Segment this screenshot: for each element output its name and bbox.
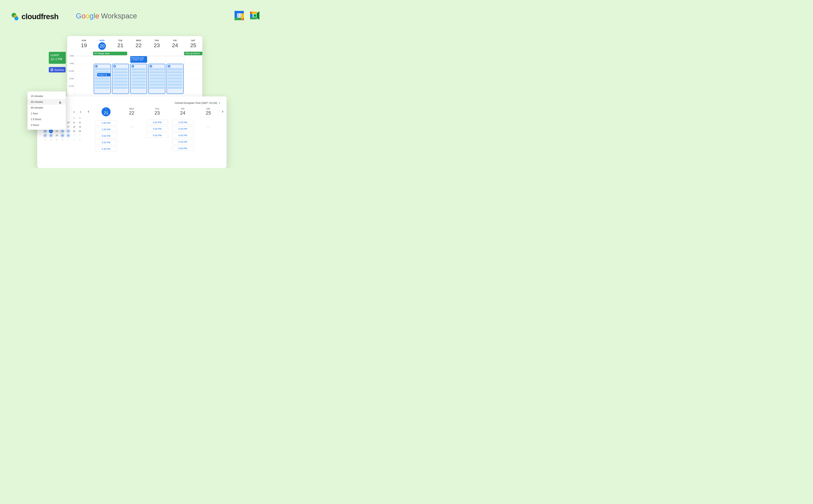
time-slot-button[interactable]: 3:30 PM: [172, 126, 194, 131]
mini-cal-day[interactable]: 25: [71, 129, 77, 133]
bookable-availability-block[interactable]: ▦: [112, 64, 129, 94]
slots-next-button[interactable]: [221, 110, 226, 115]
all-day-event-ny-design[interactable]: NY design days: [93, 52, 127, 55]
time-slot-button[interactable]: 2:00 PM: [95, 120, 117, 125]
mini-cal-day[interactable]: 7: [65, 138, 71, 142]
duration-option[interactable]: 1.5 hours: [27, 116, 66, 122]
no-slots-indicator: —: [207, 125, 210, 129]
timezone-picker[interactable]: Central European Time (GMT +01:00) ▼: [175, 102, 220, 104]
project-update-event[interactable]: Project up: [97, 73, 110, 76]
week-day-number: 22: [130, 42, 148, 48]
hour-label: 12 PM: [67, 85, 75, 93]
time-slot-button[interactable]: 4:30 PM: [95, 146, 117, 151]
mini-cal-day[interactable]: 9: [77, 138, 83, 142]
week-day-number: 24: [166, 42, 184, 48]
time-slot-button[interactable]: 3:00 PM: [95, 133, 117, 138]
week-grid-column[interactable]: ▦: [166, 56, 184, 94]
svg-rect-13: [253, 14, 256, 17]
time-slot-button[interactable]: 4:30 PM: [172, 139, 194, 144]
slot-day-column: WED22—: [119, 108, 145, 151]
mini-cal-day[interactable]: 5: [54, 138, 60, 142]
week-grid-column[interactable]: [184, 56, 202, 94]
meeting-summary-chip[interactable]: Summa: [49, 67, 66, 72]
time-slot-button[interactable]: 2:30 PM: [95, 127, 117, 132]
planning-update-event[interactable]: Planning upda8–9 AM, Confe: [130, 56, 147, 63]
mini-cal-day[interactable]: 29: [54, 133, 60, 138]
mini-cal-day[interactable]: 24: [65, 129, 71, 133]
slot-day-abbr: SAT: [195, 108, 221, 110]
event-time: 12–1 PM: [51, 58, 64, 61]
slot-day-number: 23: [144, 110, 170, 116]
slot-day-abbr: T: [105, 108, 107, 111]
time-slot-button[interactable]: 4:00 PM: [172, 133, 194, 138]
mini-cal-dow: S: [71, 116, 77, 120]
chevron-right-icon: [221, 111, 224, 113]
duration-option[interactable]: 45 minutes: [27, 105, 66, 111]
week-day-header[interactable]: WED22: [130, 39, 148, 50]
week-day-header[interactable]: TUE21: [111, 39, 130, 50]
mini-cal-prev-button[interactable]: [72, 110, 76, 114]
mini-cal-day[interactable]: 10: [65, 120, 71, 125]
checkmark-icon: [51, 68, 53, 71]
mini-cal-day[interactable]: 28: [48, 133, 54, 138]
appointment-grid-icon: ▦: [168, 65, 170, 68]
hour-label: 10 AM: [67, 70, 75, 78]
week-day-abbr: TUE: [111, 39, 130, 42]
all-day-event-pickup[interactable]: Pick up new bi: [184, 52, 202, 55]
mini-cal-day[interactable]: 18: [71, 125, 77, 129]
mini-cal-day[interactable]: 31: [65, 133, 71, 138]
duration-option[interactable]: 30 minutes: [27, 99, 66, 105]
time-slot-button[interactable]: 4:30 PM: [146, 126, 168, 131]
time-slot-button[interactable]: 3:30 PM: [95, 140, 117, 145]
week-day-header[interactable]: FRI24: [166, 39, 184, 50]
mini-cal-day[interactable]: 27: [42, 133, 48, 138]
cloudfresh-wordmark: cloudfresh: [21, 12, 59, 21]
mini-cal-day[interactable]: 1: [71, 133, 77, 138]
lunch-event[interactable]: Lunch 12–1 PM: [49, 52, 66, 64]
mini-cal-day[interactable]: 4: [48, 138, 54, 142]
time-slot-button[interactable]: 3:30 PM: [146, 120, 168, 125]
mini-cal-day[interactable]: 17: [65, 125, 71, 129]
week-day-header[interactable]: THU23: [148, 39, 166, 50]
duration-option[interactable]: 2 hours: [27, 122, 66, 128]
mini-cal-day[interactable]: 3: [42, 138, 48, 142]
bookable-availability-block[interactable]: ▦: [94, 64, 111, 94]
week-day-header[interactable]: MON20: [93, 39, 111, 50]
mini-cal-day[interactable]: 12: [77, 120, 83, 125]
mini-cal-next-button[interactable]: [78, 110, 83, 114]
bookable-availability-block[interactable]: ▦: [130, 64, 147, 94]
mini-cal-day[interactable]: 2: [77, 133, 83, 138]
week-day-abbr: WED: [130, 39, 148, 42]
week-grid-column[interactable]: ▦Project up: [93, 56, 111, 94]
duration-option[interactable]: 1 hour: [27, 111, 66, 116]
event-title: Lunch: [51, 53, 64, 57]
time-slot-button[interactable]: 5:00 PM: [172, 146, 194, 151]
week-day-header[interactable]: SUN19: [75, 39, 93, 50]
slots-prev-button[interactable]: [87, 110, 92, 115]
time-slot-button[interactable]: 5:00 PM: [146, 133, 168, 138]
chevron-right-icon: [80, 111, 81, 113]
mini-cal-day[interactable]: 8: [71, 138, 77, 142]
bookable-availability-block[interactable]: ▦: [148, 64, 165, 94]
event-subtitle: 8–9 AM, Confe: [131, 59, 146, 61]
hour-label: 8 AM: [67, 55, 75, 63]
appointment-grid-icon: ▦: [150, 65, 152, 68]
week-grid-column[interactable]: [75, 56, 93, 94]
duration-option[interactable]: 15 minutes: [27, 93, 66, 99]
mini-cal-day[interactable]: 6: [60, 138, 65, 142]
mini-cal-day[interactable]: 11: [71, 120, 77, 125]
week-grid-column[interactable]: ▦: [111, 56, 130, 94]
duration-dropdown-menu: 15 minutes30 minutes45 minutes1 hour1.5 …: [27, 91, 66, 130]
week-grid-column[interactable]: ▦: [148, 56, 166, 94]
week-day-header[interactable]: SAT25: [184, 39, 202, 50]
mini-cal-day[interactable]: 26: [77, 129, 83, 133]
mini-cal-day[interactable]: 19: [77, 125, 83, 129]
week-grid-column[interactable]: ▦Planning upda8–9 AM, Confe: [130, 56, 148, 94]
google-calendar-icon: 31: [234, 10, 244, 21]
week-day-number: 21: [111, 42, 130, 48]
week-day-number: 20: [98, 42, 106, 50]
bookable-availability-block[interactable]: ▦: [167, 64, 184, 94]
mini-cal-day[interactable]: 30: [60, 133, 65, 138]
time-slot-button[interactable]: 2:30 PM: [172, 120, 194, 125]
svg-rect-4: [235, 11, 244, 13]
